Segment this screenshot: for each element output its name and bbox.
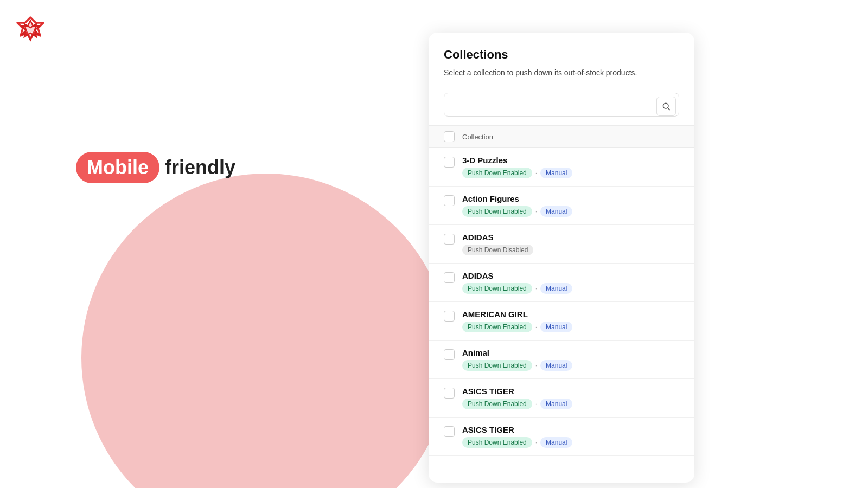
- collection-item[interactable]: ASICS TIGERPush Down Enabled·Manual: [429, 379, 694, 418]
- hero-friendly-text: friendly: [165, 156, 235, 179]
- item-name: Animal: [462, 348, 572, 357]
- item-content: ADIDASPush Down Disabled: [462, 233, 533, 255]
- select-all-checkbox[interactable]: [444, 131, 455, 142]
- item-checkbox[interactable]: [444, 234, 455, 245]
- search-button[interactable]: [656, 97, 676, 116]
- app-logo: [15, 15, 46, 46]
- search-bar-container: [429, 87, 694, 125]
- collection-item[interactable]: 3-D PuzzlesPush Down Enabled·Manual: [429, 148, 694, 187]
- search-input[interactable]: [444, 93, 679, 117]
- collection-item[interactable]: ADIDASPush Down Enabled·Manual: [429, 264, 694, 302]
- hero-mobile-badge: Mobile: [76, 152, 159, 183]
- item-badges: Push Down Enabled·Manual: [462, 206, 572, 217]
- item-name: ASICS TIGER: [462, 425, 572, 434]
- item-checkbox[interactable]: [444, 195, 455, 206]
- collections-list: 3-D PuzzlesPush Down Enabled·ManualActio…: [429, 148, 694, 483]
- status-badge: Push Down Enabled: [462, 360, 532, 371]
- status-badge: Push Down Enabled: [462, 322, 532, 332]
- collection-item[interactable]: Action FiguresPush Down Enabled·Manual: [429, 187, 694, 225]
- mode-badge: Manual: [540, 206, 572, 217]
- item-badges: Push Down Enabled·Manual: [462, 168, 572, 178]
- status-badge: Push Down Enabled: [462, 437, 532, 448]
- item-badges: Push Down Enabled·Manual: [462, 283, 572, 294]
- badge-separator: ·: [535, 362, 537, 369]
- badge-separator: ·: [535, 439, 537, 446]
- item-name: AMERICAN GIRL: [462, 310, 572, 319]
- mode-badge: Manual: [540, 437, 572, 448]
- status-badge: Push Down Enabled: [462, 168, 532, 178]
- item-content: 3-D PuzzlesPush Down Enabled·Manual: [462, 156, 572, 178]
- collections-panel: Collections Select a collection to push …: [429, 33, 694, 483]
- panel-header: Collections Select a collection to push …: [429, 33, 694, 87]
- collection-item[interactable]: AMERICAN GIRLPush Down Enabled·Manual: [429, 302, 694, 341]
- status-badge: Push Down Enabled: [462, 283, 532, 294]
- badge-separator: ·: [535, 169, 537, 177]
- mode-badge: Manual: [540, 168, 572, 178]
- badge-separator: ·: [535, 208, 537, 215]
- item-checkbox[interactable]: [444, 426, 455, 437]
- badge-separator: ·: [535, 285, 537, 292]
- item-badges: Push Down Enabled·Manual: [462, 360, 572, 371]
- status-badge: Push Down Disabled: [462, 245, 533, 255]
- item-content: ADIDASPush Down Enabled·Manual: [462, 271, 572, 294]
- panel-title: Collections: [444, 48, 679, 62]
- item-name: ADIDAS: [462, 233, 533, 242]
- collection-item[interactable]: ASICS TIGERPush Down Enabled·Manual: [429, 418, 694, 456]
- item-name: ASICS TIGER: [462, 387, 572, 396]
- badge-separator: ·: [535, 400, 537, 408]
- hero-section: Mobile friendly: [76, 152, 235, 183]
- item-checkbox[interactable]: [444, 311, 455, 322]
- item-content: ASICS TIGERPush Down Enabled·Manual: [462, 387, 572, 409]
- item-badges: Push Down Enabled·Manual: [462, 322, 572, 332]
- status-badge: Push Down Enabled: [462, 399, 532, 409]
- status-badge: Push Down Enabled: [462, 206, 532, 217]
- item-badges: Push Down Disabled: [462, 245, 533, 255]
- item-badges: Push Down Enabled·Manual: [462, 399, 572, 409]
- table-header: Collection: [429, 125, 694, 148]
- item-name: Action Figures: [462, 194, 572, 203]
- item-name: ADIDAS: [462, 271, 572, 280]
- item-content: Action FiguresPush Down Enabled·Manual: [462, 194, 572, 217]
- collection-item[interactable]: AnimalPush Down Enabled·Manual: [429, 341, 694, 379]
- collection-item[interactable]: ADIDASPush Down Disabled: [429, 225, 694, 264]
- badge-separator: ·: [535, 323, 537, 331]
- item-content: ASICS TIGERPush Down Enabled·Manual: [462, 425, 572, 448]
- item-name: 3-D Puzzles: [462, 156, 572, 165]
- item-content: AMERICAN GIRLPush Down Enabled·Manual: [462, 310, 572, 332]
- mode-badge: Manual: [540, 283, 572, 294]
- mode-badge: Manual: [540, 399, 572, 409]
- item-content: AnimalPush Down Enabled·Manual: [462, 348, 572, 371]
- item-checkbox[interactable]: [444, 349, 455, 360]
- background-circle: [81, 174, 450, 488]
- mode-badge: Manual: [540, 322, 572, 332]
- svg-line-5: [668, 108, 670, 110]
- item-checkbox[interactable]: [444, 388, 455, 399]
- mode-badge: Manual: [540, 360, 572, 371]
- item-checkbox[interactable]: [444, 272, 455, 283]
- item-badges: Push Down Enabled·Manual: [462, 437, 572, 448]
- item-checkbox[interactable]: [444, 157, 455, 168]
- panel-description: Select a collection to push down its out…: [444, 67, 679, 79]
- table-header-label: Collection: [462, 133, 493, 141]
